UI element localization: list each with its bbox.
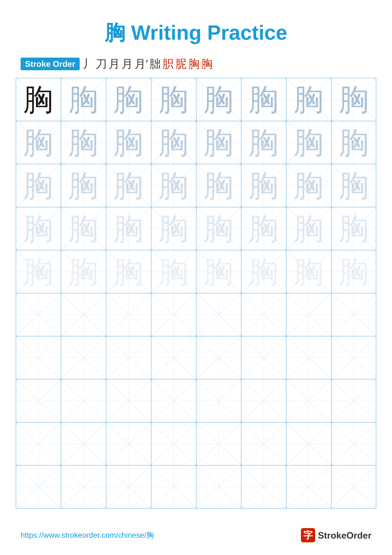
grid-cell[interactable] bbox=[241, 380, 286, 422]
grid-cell[interactable]: 胸 bbox=[106, 207, 151, 250]
svg-line-121 bbox=[196, 380, 241, 422]
grid-cell[interactable]: 胸 bbox=[151, 164, 196, 207]
grid-cell[interactable]: 胸 bbox=[241, 250, 286, 293]
grid-cell[interactable] bbox=[61, 293, 106, 336]
grid-cell[interactable]: 胸 bbox=[331, 78, 377, 121]
grid-cell[interactable] bbox=[331, 380, 377, 422]
grid-cell[interactable]: 胸 bbox=[286, 164, 331, 207]
grid-cell[interactable]: 胸 bbox=[61, 164, 106, 207]
stroke-chars: 丿 刀 月 月 月′ 胐 胑 胒 胸 胸 bbox=[83, 56, 213, 72]
grid-cell[interactable]: 胸 bbox=[16, 207, 61, 250]
grid-cell[interactable]: 胸 bbox=[286, 78, 331, 121]
grid-cell[interactable] bbox=[106, 336, 151, 379]
svg-line-158 bbox=[331, 466, 377, 508]
grid-cell[interactable]: 胸 bbox=[16, 164, 61, 207]
grid-cell[interactable] bbox=[286, 466, 331, 508]
grid-cell[interactable] bbox=[331, 466, 377, 508]
practice-char: 胸 bbox=[204, 171, 234, 201]
footer-url[interactable]: https://www.strokeorder.com/chinese/胸 bbox=[21, 530, 154, 540]
grid-cell[interactable]: 胸 bbox=[286, 250, 331, 293]
grid-cell[interactable] bbox=[16, 336, 61, 379]
grid-cell[interactable] bbox=[16, 466, 61, 508]
grid-cell[interactable]: 胸 bbox=[106, 78, 151, 121]
grid-cell[interactable] bbox=[241, 293, 286, 336]
grid-cell[interactable]: 胸 bbox=[61, 78, 106, 121]
grid-cell[interactable] bbox=[241, 423, 286, 465]
grid-cell[interactable] bbox=[151, 380, 196, 422]
grid-cell[interactable]: 胸 bbox=[61, 121, 106, 164]
stroke-order-badge[interactable]: Stroke Order bbox=[21, 58, 80, 70]
grid-cell[interactable]: 胸 bbox=[16, 78, 61, 121]
grid-cell[interactable] bbox=[331, 293, 377, 336]
grid-cell[interactable] bbox=[106, 423, 151, 465]
grid-cell[interactable]: 胸 bbox=[241, 78, 286, 121]
grid-cell[interactable]: 胸 bbox=[331, 250, 377, 293]
grid-cell[interactable]: 胸 bbox=[106, 250, 151, 293]
grid-cell[interactable] bbox=[286, 293, 331, 336]
grid-cell[interactable]: 胸 bbox=[286, 207, 331, 250]
grid-cell[interactable]: 胸 bbox=[151, 207, 196, 250]
grid-cell[interactable] bbox=[331, 336, 377, 379]
grid-cell[interactable]: 胸 bbox=[331, 121, 377, 164]
grid-cell[interactable]: 胸 bbox=[61, 250, 106, 293]
grid-cell[interactable]: 胸 bbox=[151, 121, 196, 164]
grid-cell[interactable]: 胸 bbox=[151, 250, 196, 293]
grid-cell[interactable] bbox=[196, 336, 242, 379]
grid-cell[interactable]: 胸 bbox=[151, 78, 196, 121]
grid-cell[interactable] bbox=[16, 380, 61, 422]
grid-cell[interactable] bbox=[241, 336, 286, 379]
grid-cell[interactable]: 胸 bbox=[196, 250, 242, 293]
grid-cell[interactable] bbox=[151, 293, 196, 336]
grid-cell[interactable]: 胸 bbox=[196, 207, 242, 250]
practice-char: 胸 bbox=[68, 214, 99, 244]
grid-cell[interactable] bbox=[106, 380, 151, 422]
grid-cell[interactable] bbox=[196, 423, 242, 465]
grid-cell[interactable] bbox=[151, 336, 196, 379]
practice-char: 胸 bbox=[204, 85, 234, 115]
svg-line-94 bbox=[331, 293, 377, 336]
grid-cell[interactable] bbox=[151, 423, 196, 465]
practice-grid: 胸 胸 胸 胸 胸 胸 胸 胸 bbox=[16, 78, 376, 509]
grid-cell[interactable]: 胸 bbox=[196, 164, 242, 207]
grid-row bbox=[16, 380, 376, 423]
grid-cell[interactable] bbox=[196, 466, 242, 508]
grid-cell[interactable] bbox=[61, 336, 106, 379]
grid-cell[interactable]: 胸 bbox=[196, 78, 242, 121]
grid-cell[interactable] bbox=[286, 380, 331, 422]
grid-cell[interactable] bbox=[106, 293, 151, 336]
grid-cell[interactable]: 胸 bbox=[16, 121, 61, 164]
grid-cell[interactable]: 胸 bbox=[331, 207, 377, 250]
practice-char: 胸 bbox=[294, 257, 324, 287]
grid-cell[interactable]: 胸 bbox=[61, 207, 106, 250]
grid-cell[interactable]: 胸 bbox=[16, 250, 61, 293]
svg-line-135 bbox=[151, 423, 196, 465]
svg-line-93 bbox=[286, 293, 331, 336]
grid-cell[interactable] bbox=[106, 466, 151, 508]
grid-cell[interactable]: 胸 bbox=[286, 121, 331, 164]
grid-cell[interactable]: 胸 bbox=[241, 164, 286, 207]
practice-char: 胸 bbox=[159, 257, 189, 287]
grid-cell[interactable] bbox=[286, 423, 331, 465]
svg-line-114 bbox=[61, 380, 106, 422]
svg-line-84 bbox=[106, 293, 151, 336]
grid-cell[interactable] bbox=[61, 423, 106, 465]
grid-cell[interactable] bbox=[241, 466, 286, 508]
grid-cell[interactable] bbox=[196, 380, 242, 422]
grid-cell[interactable]: 胸 bbox=[331, 164, 377, 207]
grid-cell[interactable]: 胸 bbox=[106, 121, 151, 164]
grid-cell[interactable] bbox=[16, 293, 61, 336]
svg-line-152 bbox=[196, 466, 241, 508]
grid-cell[interactable]: 胸 bbox=[106, 164, 151, 207]
grid-cell[interactable] bbox=[331, 423, 377, 465]
svg-line-157 bbox=[286, 466, 331, 508]
grid-cell[interactable]: 胸 bbox=[196, 121, 242, 164]
grid-cell[interactable]: 胸 bbox=[241, 207, 286, 250]
grid-cell[interactable] bbox=[286, 336, 331, 379]
grid-cell[interactable] bbox=[16, 423, 61, 465]
grid-cell[interactable]: 胸 bbox=[241, 121, 286, 164]
practice-char: 胸 bbox=[68, 171, 99, 201]
grid-cell[interactable] bbox=[61, 466, 106, 508]
grid-cell[interactable] bbox=[151, 466, 196, 508]
grid-cell[interactable] bbox=[196, 293, 242, 336]
grid-cell[interactable] bbox=[61, 380, 106, 422]
